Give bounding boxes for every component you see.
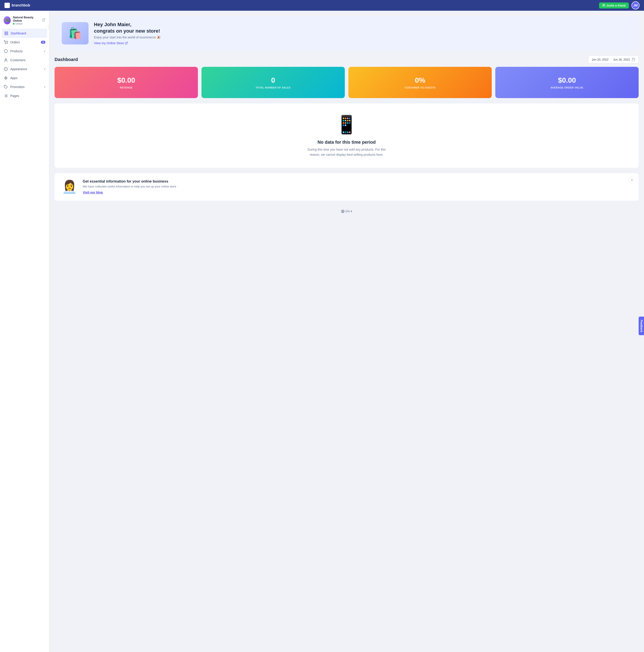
appearance-chevron-icon: ▾ [44, 68, 45, 71]
svg-point-4 [603, 4, 604, 5]
stats-grid: $0.00 REVENUE 0 TOTAL NUMBER OF SALES 0%… [55, 67, 639, 98]
main-content: 🛍️ Hey John Maier, congrats on your new … [49, 11, 644, 652]
sidebar: 🌿 Natural Beauty Online Online ‹ Dashboa… [0, 11, 49, 652]
language-chevron-icon: ▾ [351, 210, 352, 213]
sidebar-item-dashboard[interactable]: Dashboard [2, 29, 47, 38]
appearance-icon [4, 67, 8, 71]
apps-label: Apps [10, 76, 18, 80]
store-avatar: 🌿 [4, 16, 11, 24]
svg-line-21 [126, 42, 127, 43]
date-range-picker[interactable]: Jun 20, 2022 - Jun 26, 2022 [588, 56, 639, 63]
date-separator: - [610, 58, 611, 61]
brand-icon [4, 3, 10, 8]
products-label: Products [10, 49, 23, 53]
dashboard-header: Dashboard Jun 20, 2022 - Jun 26, 2022 [55, 56, 639, 63]
welcome-tagline: Enjoy your start into the world of ecomm… [94, 35, 160, 39]
store-status: Online [13, 22, 40, 25]
orders-badge: 5 [41, 41, 45, 44]
promotion-label: Promotion [10, 85, 25, 89]
revenue-label: REVENUE [120, 86, 133, 89]
app-layout: 🌿 Natural Beauty Online Online ‹ Dashboa… [0, 11, 644, 652]
apps-icon [4, 76, 8, 80]
products-chevron-icon: ▾ [44, 50, 45, 53]
store-name: Natural Beauty Online [13, 16, 40, 22]
brand-name: branchbob [11, 3, 30, 7]
info-title: Get essential information for your onlin… [83, 180, 176, 184]
orders-label: Orders [10, 40, 20, 44]
status-indicator [13, 23, 15, 25]
invite-friend-button[interactable]: Invite a friend [599, 2, 629, 8]
sidebar-item-appearance[interactable]: Appearance ▾ [0, 64, 49, 74]
customers-icon [4, 58, 8, 62]
orders-icon [4, 40, 8, 45]
svg-rect-1 [7, 4, 8, 5]
stat-card-avg-order: $0.00 AVERAGE ORDER VALUE [495, 67, 639, 98]
svg-line-5 [43, 19, 45, 20]
svg-rect-22 [632, 58, 635, 61]
info-card: 👩‍💼 Get essential information for your o… [55, 173, 639, 201]
sidebar-item-promotion[interactable]: Promotion ▾ [0, 82, 49, 91]
avg-order-label: AVERAGE ORDER VALUE [550, 86, 583, 89]
language-selector[interactable]: EN ▾ [341, 210, 352, 213]
sidebar-item-customers[interactable]: Customers [0, 56, 49, 64]
info-content: Get essential information for your onlin… [83, 180, 176, 194]
welcome-heading: Hey John Maier, congrats on your new sto… [94, 22, 160, 34]
info-card-close-button[interactable]: ✕ [629, 177, 635, 183]
sidebar-item-products[interactable]: Products ▾ [0, 47, 49, 56]
store-details: Natural Beauty Online Online [13, 16, 40, 25]
products-icon [4, 49, 8, 53]
footer: EN ▾ [55, 206, 639, 217]
invite-btn-label: Invite a friend [607, 4, 626, 7]
svg-rect-2 [6, 6, 7, 7]
welcome-illustration: 🛍️ [62, 22, 88, 45]
store-info: 🌿 Natural Beauty Online Online [0, 13, 49, 29]
dashboard-title: Dashboard [55, 57, 78, 62]
svg-rect-3 [7, 6, 8, 7]
revenue-value: $0.00 [117, 76, 135, 84]
info-illustration: 👩‍💼 [62, 180, 77, 194]
customers-value: 0% [415, 76, 425, 84]
pages-icon [4, 93, 8, 98]
stat-card-sales: 0 TOTAL NUMBER OF SALES [202, 67, 345, 98]
dashboard-icon [4, 31, 8, 35]
svg-rect-8 [5, 34, 6, 35]
customers-label: CUSTOMER VS GUESTS [405, 86, 436, 89]
avg-order-value: $0.00 [558, 76, 576, 84]
store-external-link-icon[interactable] [42, 18, 45, 23]
no-data-illustration: 📱 [335, 114, 358, 135]
user-avatar[interactable]: JM [632, 1, 640, 9]
welcome-card: 🛍️ Hey John Maier, congrats on your new … [55, 16, 639, 50]
sales-label: TOTAL NUMBER OF SALES [256, 86, 290, 89]
welcome-text: Hey John Maier, congrats on your new sto… [94, 22, 160, 45]
appearance-label: Appearance [10, 67, 27, 71]
visit-blog-link[interactable]: Visit our blog [83, 191, 103, 194]
svg-rect-0 [6, 4, 7, 5]
dashboard-label: Dashboard [11, 31, 26, 35]
pages-label: Pages [10, 94, 19, 98]
sidebar-item-orders[interactable]: Orders 5 [0, 38, 49, 47]
svg-rect-6 [5, 32, 6, 33]
store-avatar-icon: 🌿 [5, 18, 9, 23]
brand-logo: branchbob [4, 3, 30, 8]
no-data-description: During this time you have not sold any p… [304, 147, 389, 157]
date-to: Jun 26, 2022 [613, 58, 630, 61]
top-navigation: branchbob Invite a friend JM [0, 0, 644, 11]
stat-card-revenue: $0.00 REVENUE [55, 67, 198, 98]
topnav-right: Invite a friend JM [599, 1, 640, 9]
sidebar-nav: Dashboard Orders 5 Products ▾ [0, 29, 49, 100]
svg-rect-9 [7, 34, 8, 35]
feedback-tab[interactable]: Feedback [638, 317, 644, 335]
view-store-link[interactable]: View my Online Store [94, 41, 160, 45]
date-from: Jun 20, 2022 [592, 58, 609, 61]
customers-label: Customers [10, 58, 25, 62]
svg-point-12 [5, 58, 6, 60]
sidebar-item-apps[interactable]: Apps [0, 74, 49, 82]
svg-rect-7 [7, 32, 8, 33]
language-label: EN [345, 210, 350, 213]
svg-point-10 [5, 44, 6, 44]
info-description: We have collected useful information to … [83, 185, 176, 188]
no-data-card: 📱 No data for this time period During th… [55, 104, 639, 168]
sales-value: 0 [271, 76, 275, 84]
sidebar-item-pages[interactable]: Pages [0, 91, 49, 100]
promotion-chevron-icon: ▾ [44, 86, 45, 88]
